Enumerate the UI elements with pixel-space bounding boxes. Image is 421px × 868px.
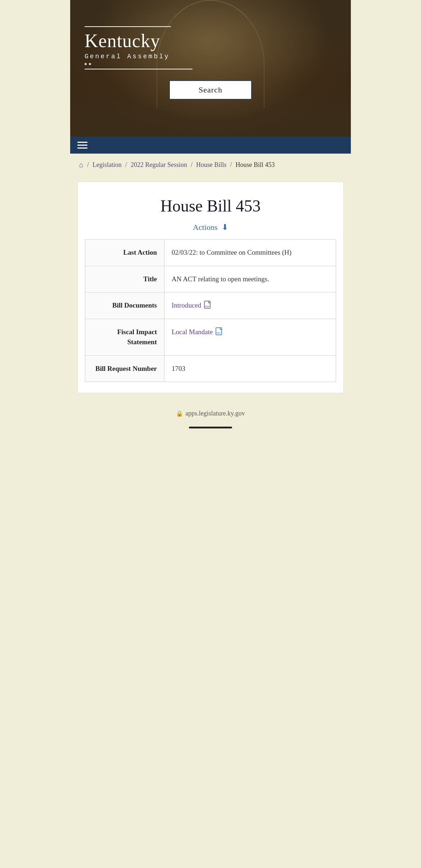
- hamburger-line-1: [77, 142, 87, 143]
- fiscal-impact-label: Fiscal Impact Statement: [85, 319, 164, 355]
- introduced-label: Introduced: [172, 300, 201, 311]
- hero-dot-2: [89, 63, 91, 65]
- hero-content: Kentucky General Assembly: [70, 26, 351, 69]
- actions-container[interactable]: Actions ⬇: [78, 223, 343, 239]
- bill-documents-row: Bill Documents Introduced PDF: [85, 292, 336, 319]
- footer-url: apps.legislature.ky.gov: [185, 410, 245, 417]
- actions-arrow-icon: ⬇: [222, 223, 228, 232]
- bottom-bar: [189, 427, 232, 428]
- breadcrumb-sep-1: /: [125, 161, 127, 169]
- breadcrumb-current: House Bill 453: [236, 161, 275, 169]
- content-card: House Bill 453 Actions ⬇ Last Action 02/…: [77, 182, 344, 393]
- hero-line-bottom: [85, 69, 193, 69]
- svg-text:PDF: PDF: [217, 332, 221, 334]
- search-button[interactable]: Search: [169, 80, 252, 100]
- title-label: Title: [85, 266, 164, 292]
- breadcrumb-sep-0: /: [87, 161, 89, 169]
- site-title: Kentucky: [85, 31, 336, 51]
- home-icon[interactable]: ⌂: [79, 161, 83, 169]
- actions-link[interactable]: Actions ⬇: [193, 223, 228, 232]
- last-action-label: Last Action: [85, 240, 164, 266]
- fiscal-impact-value: Local Mandate PDF: [164, 319, 336, 355]
- svg-text:PDF: PDF: [205, 305, 209, 308]
- breadcrumb-session[interactable]: 2022 Regular Session: [131, 161, 187, 169]
- local-mandate-label: Local Mandate: [172, 327, 213, 337]
- site-subtitle: General Assembly: [85, 53, 336, 60]
- bill-documents-label: Bill Documents: [85, 292, 164, 319]
- title-value: AN ACT relating to open meetings.: [164, 266, 336, 292]
- bill-request-value: 1703: [164, 355, 336, 382]
- last-action-row: Last Action 02/03/22: to Committee on Co…: [85, 240, 336, 266]
- introduced-pdf-icon: PDF: [204, 301, 212, 310]
- breadcrumb-house-bills[interactable]: House Bills: [196, 161, 227, 169]
- search-container[interactable]: Search: [169, 80, 252, 100]
- breadcrumb: ⌂ / Legislation / 2022 Regular Session /…: [70, 154, 351, 176]
- bill-request-label: Bill Request Number: [85, 355, 164, 382]
- bill-documents-value: Introduced PDF: [164, 292, 336, 319]
- hamburger-line-3: [77, 147, 87, 149]
- title-row: Title AN ACT relating to open meetings.: [85, 266, 336, 292]
- local-mandate-link[interactable]: Local Mandate PDF: [172, 327, 223, 337]
- nav-bar: [70, 137, 351, 154]
- hero-section: Kentucky General Assembly Search: [70, 0, 351, 137]
- lock-icon: 🔒: [176, 410, 183, 417]
- actions-label: Actions: [193, 223, 217, 232]
- breadcrumb-sep-2: /: [191, 161, 193, 169]
- fiscal-impact-row: Fiscal Impact Statement Local Mandate PD…: [85, 319, 336, 355]
- hamburger-menu[interactable]: [77, 142, 87, 149]
- hamburger-line-2: [77, 145, 87, 146]
- bill-info-table: Last Action 02/03/22: to Committee on Co…: [85, 239, 336, 382]
- breadcrumb-sep-3: /: [230, 161, 232, 169]
- local-mandate-pdf-icon: PDF: [216, 327, 223, 337]
- last-action-value: 02/03/22: to Committee on Committees (H): [164, 240, 336, 266]
- bill-request-row: Bill Request Number 1703: [85, 355, 336, 382]
- hero-dot-1: [85, 63, 87, 65]
- bill-title: House Bill 453: [78, 182, 343, 223]
- hero-line-top: [85, 26, 171, 27]
- introduced-link[interactable]: Introduced PDF: [172, 300, 212, 311]
- footer: 🔒 apps.legislature.ky.gov: [70, 404, 351, 423]
- hero-dots: [85, 63, 336, 65]
- breadcrumb-legislation[interactable]: Legislation: [92, 161, 122, 169]
